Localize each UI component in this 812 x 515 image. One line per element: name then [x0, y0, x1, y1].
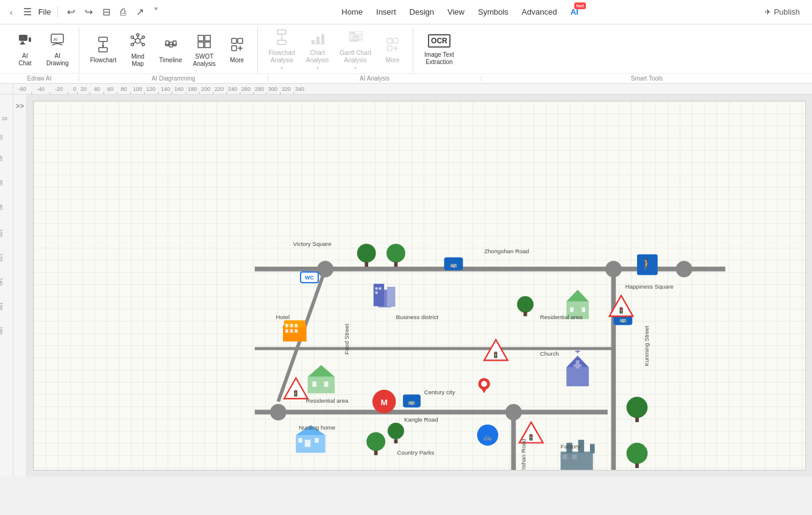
svg-text:220: 220	[215, 86, 224, 92]
svg-text:20: 20	[2, 116, 7, 121]
flowchart-label: Flowchart	[90, 57, 116, 63]
mind-map-label: MindMap	[131, 53, 144, 68]
group-label-ai-analysis: AI Analysis	[268, 75, 482, 82]
mind-map-button[interactable]: MindMap	[123, 31, 153, 70]
more-dropdown-button[interactable]: ˅	[151, 5, 162, 19]
flowchart-analysis-button: FlowchartAnalysis ▾	[264, 27, 300, 73]
file-button[interactable]: ☰	[20, 5, 35, 19]
more2-label: More	[386, 57, 400, 63]
swot-button[interactable]: SWOTAnalysis	[188, 31, 220, 70]
main-area: 20 20 40 60 80 100 120 140 160 180 >>	[0, 95, 812, 477]
publish-button[interactable]: ✈ Publish	[758, 5, 806, 19]
ruler-h-content: -60 -40 -20 0 20 40 60 80 100 120 140 16…	[13, 84, 812, 94]
hamburger-icon: ☰	[23, 7, 32, 17]
svg-text:80: 80	[121, 86, 127, 92]
ai-chat-label: AIChat	[18, 52, 31, 67]
svg-rect-3	[29, 37, 31, 42]
menu-insert[interactable]: Insert	[370, 5, 402, 19]
svg-point-10	[135, 38, 140, 43]
menu-view[interactable]: View	[441, 5, 471, 19]
svg-text:20: 20	[0, 134, 4, 140]
svg-rect-44	[351, 32, 355, 34]
ai-chat-button[interactable]: AIChat	[10, 31, 40, 70]
svg-text:60: 60	[107, 86, 113, 92]
back-button[interactable]: ‹	[6, 6, 16, 18]
gantt-analysis-button: Gantt ChartAnalysis ▾	[335, 27, 376, 73]
svg-text:20: 20	[80, 86, 87, 92]
more1-label: More	[230, 57, 244, 63]
svg-text:280: 280	[255, 86, 264, 92]
ribbon-group-ai-diagramming: Flowchart MindMap Timeline SWOTAnalysis	[80, 27, 258, 73]
svg-rect-45	[353, 36, 359, 37]
swot-label: SWOTAnalysis	[193, 53, 215, 68]
menu-design[interactable]: Design	[404, 5, 440, 19]
chart-analysis-label: ChartAnalysis	[306, 49, 329, 64]
ai-chat-icon	[18, 33, 32, 51]
svg-text:140: 140	[161, 86, 170, 92]
svg-text:100: 100	[133, 86, 142, 92]
save-button[interactable]: ⊟	[99, 5, 113, 19]
menu-advanced[interactable]: Advanced	[516, 5, 563, 19]
svg-rect-24	[173, 41, 176, 46]
svg-text:180: 180	[0, 326, 4, 335]
svg-rect-34	[277, 30, 286, 34]
publish-icon: ✈	[764, 7, 771, 16]
menu-bar: Home Insert Design View Symbols Advanced…	[335, 5, 584, 19]
menu-symbols[interactable]: Symbols	[472, 5, 515, 19]
svg-text:100: 100	[0, 229, 4, 237]
svg-text:-60: -60	[18, 86, 26, 92]
grid-background	[34, 101, 805, 470]
undo-button[interactable]: ↩	[64, 5, 78, 19]
ribbon-group-edraw-ai: AIChat AI AIDrawing	[5, 27, 79, 73]
svg-text:320: 320	[282, 86, 291, 92]
canvas-content: WC	[33, 101, 806, 470]
svg-text:160: 160	[174, 86, 183, 92]
svg-text:180: 180	[188, 86, 197, 92]
image-text-extraction-icon: OCR	[428, 34, 451, 48]
svg-point-12	[137, 34, 139, 36]
vertical-ruler: 20 20 40 60 80 100 120 140 160 180	[0, 95, 13, 477]
flowchart-analysis-icon	[274, 29, 289, 48]
svg-text:-40: -40	[37, 86, 45, 92]
more1-button[interactable]: More	[222, 34, 252, 66]
sidebar-collapse-button[interactable]: >>	[13, 95, 27, 477]
svg-rect-31	[232, 46, 237, 51]
gantt-analysis-icon	[348, 29, 363, 48]
ai-drawing-icon: AI	[50, 33, 65, 51]
print-button[interactable]: ⎙	[117, 5, 129, 19]
svg-text:260: 260	[241, 86, 251, 92]
ribbon-group-ai-analysis: FlowchartAnalysis ▾ ChartAnalysis ▾ Gant…	[259, 27, 413, 73]
gantt-analysis-label: Gantt ChartAnalysis	[340, 49, 371, 64]
ruler-corner	[0, 84, 13, 95]
flowchart-button[interactable]: Flowchart	[85, 34, 121, 66]
ribbon-group-smart-tools: OCR Image TextExtraction	[415, 27, 464, 73]
image-text-extraction-button[interactable]: OCR Image TextExtraction	[419, 32, 459, 68]
menu-home[interactable]: Home	[335, 5, 369, 19]
canvas-area[interactable]: WC	[27, 95, 812, 477]
export-button[interactable]: ↗	[133, 5, 147, 19]
svg-rect-28	[205, 42, 210, 48]
svg-text:AI: AI	[54, 37, 58, 41]
chart-analysis-icon	[310, 29, 325, 48]
more2-icon	[385, 37, 400, 56]
timeline-icon	[163, 37, 178, 56]
svg-rect-38	[316, 37, 319, 44]
svg-point-20	[142, 43, 144, 46]
ribbon-toolbar: AIChat AI AIDrawing Flowchart Mi	[0, 24, 812, 73]
menu-ai[interactable]: AI hot	[564, 5, 585, 19]
svg-rect-46	[351, 40, 359, 41]
ai-drawing-button[interactable]: AI AIDrawing	[41, 31, 74, 70]
divider1	[57, 6, 58, 18]
chart-analysis-arrow: ▾	[316, 65, 319, 71]
svg-rect-39	[321, 34, 324, 44]
svg-text:120: 120	[146, 86, 155, 92]
flowchart-icon	[96, 37, 110, 56]
timeline-button[interactable]: Timeline	[154, 34, 187, 66]
svg-text:0: 0	[73, 86, 76, 92]
svg-text:40: 40	[94, 86, 100, 92]
svg-rect-29	[232, 38, 237, 43]
svg-text:60: 60	[0, 180, 4, 185]
svg-text:120: 120	[0, 253, 4, 262]
svg-rect-22	[166, 41, 169, 46]
redo-button[interactable]: ↪	[82, 5, 96, 19]
